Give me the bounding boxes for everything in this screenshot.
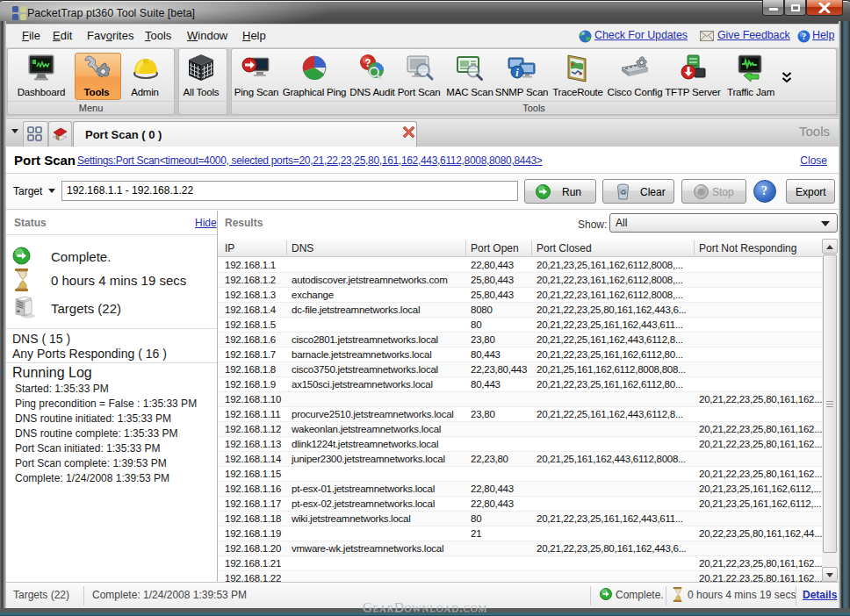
svg-text:♻: ♻ (620, 189, 626, 197)
svg-text:?: ? (802, 32, 806, 41)
